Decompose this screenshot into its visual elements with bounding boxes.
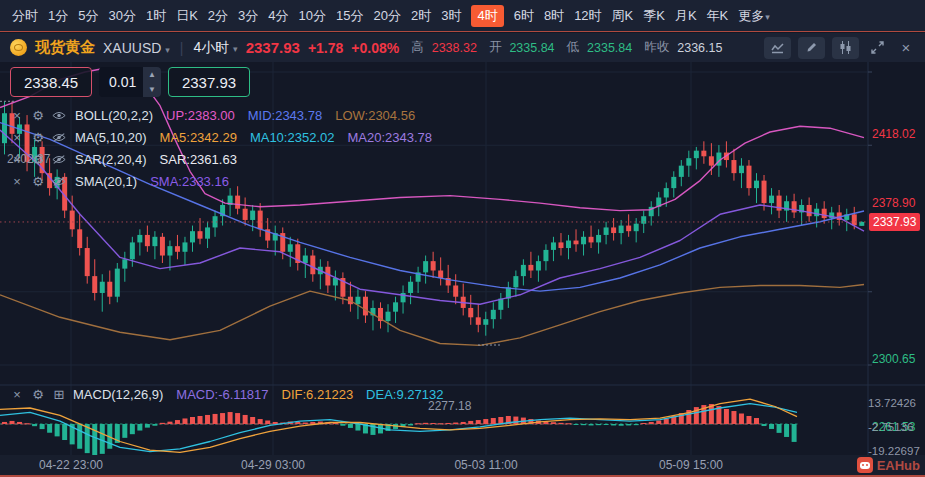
macd-axis-label: -19.22697: [868, 445, 920, 457]
dif-value: DIF:6.21223: [282, 387, 354, 402]
step-down-icon[interactable]: ▼: [143, 82, 161, 97]
prev-close-value: 2336.15: [677, 41, 722, 55]
symbol-name: 现货黄金: [35, 38, 95, 57]
indicator-settings-icon[interactable]: ⚙: [31, 130, 45, 145]
remove-indicator-icon[interactable]: ×: [10, 108, 24, 123]
eahub-watermark[interactable]: EAHub: [857, 457, 920, 473]
period-1w[interactable]: 周K: [612, 7, 634, 25]
time-label: 04-29 03:00: [241, 458, 305, 472]
period-1q[interactable]: 季K: [643, 7, 665, 25]
period-1d[interactable]: 日K: [176, 7, 198, 25]
remove-indicator-icon[interactable]: ×: [10, 152, 24, 167]
period-2h[interactable]: 2时: [411, 7, 431, 25]
open-label: 开: [489, 39, 502, 56]
high-value: 2338.32: [432, 41, 477, 55]
dea-value: DEA:9.27132: [366, 387, 443, 402]
chart-widget: 分时 1分 5分 30分 1时 日K 2分 3分 4分 10分 15分 20分 …: [0, 0, 925, 477]
indicator-settings-icon[interactable]: ⚙: [31, 152, 45, 167]
period-bar: 分时 1分 5分 30分 1时 日K 2分 3分 4分 10分 15分 20分 …: [0, 0, 925, 32]
close-icon[interactable]: ×: [895, 37, 917, 59]
indicator-legend-sar: ×⚙SAR(2,20,4)SAR:2361.63: [10, 149, 237, 169]
buy-price-button[interactable]: 2337.93: [168, 67, 250, 97]
indicator-settings-icon[interactable]: ⚙: [31, 387, 45, 402]
eye-off-icon[interactable]: [52, 176, 66, 187]
period-4m[interactable]: 4分: [268, 7, 288, 25]
macd-value: MACD:-6.11817: [176, 387, 268, 402]
eye-icon[interactable]: [52, 110, 66, 121]
eye-off-icon[interactable]: [52, 154, 66, 165]
indicator-name: MA(5,10,20): [75, 130, 147, 145]
fullscreen-icon[interactable]: [866, 37, 888, 59]
period-3m[interactable]: 3分: [238, 7, 258, 25]
chevron-down-icon: ▾: [233, 44, 238, 54]
period-1m[interactable]: 1分: [48, 7, 68, 25]
remove-indicator-icon[interactable]: ×: [10, 174, 24, 189]
macd-axis-label: -2.75136: [868, 421, 913, 433]
period-10m[interactable]: 10分: [299, 7, 326, 25]
last-price: 2337.93: [246, 39, 300, 56]
indicator-name: BOLL(20,2,2): [75, 108, 153, 123]
period-5m[interactable]: 5分: [78, 7, 98, 25]
indicator-legend-boll: ×⚙BOLL(20,2,2)UP:2383.00MID:2343.78LOW:2…: [10, 105, 415, 125]
period-20m[interactable]: 20分: [373, 7, 400, 25]
open-value: 2335.84: [509, 41, 554, 55]
period-fenshi[interactable]: 分时: [12, 7, 38, 25]
period-6h[interactable]: 6时: [514, 7, 534, 25]
period-2m[interactable]: 2分: [208, 7, 228, 25]
trade-panel: 2338.45 0.01 ▲ ▼ 2337.93: [10, 67, 250, 97]
step-up-icon[interactable]: ▲: [143, 67, 161, 82]
macd-axis-label: 13.72426: [868, 397, 916, 409]
period-4h-active[interactable]: 4时: [471, 5, 503, 27]
remove-indicator-icon[interactable]: ×: [10, 387, 24, 402]
period-8h[interactable]: 8时: [544, 7, 564, 25]
indicator-settings-icon[interactable]: ⚙: [31, 108, 45, 123]
indicator-settings-icon[interactable]: ⚙: [31, 174, 45, 189]
period-more[interactable]: 更多▾: [738, 7, 770, 25]
period-1y[interactable]: 年K: [707, 7, 729, 25]
current-price-tag: 2337.93: [869, 213, 920, 231]
period-15m[interactable]: 15分: [336, 7, 363, 25]
high-label: 高: [411, 39, 424, 56]
macd-legend: × ⚙ ⊞ MACD(12,26,9) MACD:-6.11817 DIF:6.…: [10, 384, 443, 404]
maximize-pane-icon[interactable]: ⊞: [52, 387, 66, 402]
time-label: 04-22 23:00: [39, 458, 103, 472]
indicator-name: SMA(20,1): [75, 174, 137, 189]
indicator-legend-ma: ×⚙MA(5,10,20)MA5:2342.29MA10:2352.02MA20…: [10, 127, 432, 147]
eahub-logo-icon: [857, 457, 873, 473]
volume-stepper[interactable]: 0.01 ▲ ▼: [99, 67, 161, 97]
timeframe-dropdown[interactable]: 4小时 ▾: [193, 39, 237, 57]
time-axis[interactable]: 04-22 23:00 04-29 03:00 05-03 11:00 05-0…: [0, 455, 925, 477]
price-change: +1.78: [308, 40, 343, 56]
chevron-down-icon: ▾: [165, 45, 170, 55]
price-change-pct: +0.08%: [351, 40, 399, 56]
line-chart-icon[interactable]: [764, 37, 791, 59]
toolbar-icons: ×: [764, 37, 917, 59]
candlestick-style-icon[interactable]: [832, 37, 859, 59]
period-3h[interactable]: 3时: [441, 7, 461, 25]
chevron-down-icon: ▾: [765, 12, 770, 22]
eye-off-icon[interactable]: [52, 132, 66, 143]
draw-pencil-icon[interactable]: [798, 37, 825, 59]
time-label: 05-03 11:00: [454, 458, 517, 472]
stepper-arrows: ▲ ▼: [143, 67, 161, 97]
indicator-value: MA5:2342.29: [160, 130, 237, 145]
chart-area: 2402.37 2277.18 2338.45 0.01 ▲ ▼ 2337.93…: [0, 62, 925, 455]
indicator-value: MA10:2352.02: [250, 130, 335, 145]
axis-price-label: 2418.02: [872, 127, 915, 141]
indicator-value: MID:2343.78: [248, 108, 322, 123]
low-value: 2335.84: [587, 41, 632, 55]
remove-indicator-icon[interactable]: ×: [10, 130, 24, 145]
divider: |: [180, 40, 184, 56]
axis-price-label: 2378.90: [872, 196, 915, 210]
period-1mo[interactable]: 月K: [675, 7, 697, 25]
period-30m[interactable]: 30分: [108, 7, 135, 25]
indicator-legend-sma: ×⚙SMA(20,1)SMA:2333.16: [10, 171, 229, 191]
sell-price-button[interactable]: 2338.45: [10, 67, 92, 97]
step-value: 0.01: [109, 74, 136, 90]
indicator-value: UP:2383.00: [166, 108, 235, 123]
axis-price-label: 2300.65: [872, 352, 915, 366]
symbol-code-dropdown[interactable]: XAUUSD ▾: [103, 40, 170, 56]
period-1h[interactable]: 1时: [146, 7, 166, 25]
period-12h[interactable]: 12时: [574, 7, 601, 25]
indicator-value: LOW:2304.56: [335, 108, 415, 123]
